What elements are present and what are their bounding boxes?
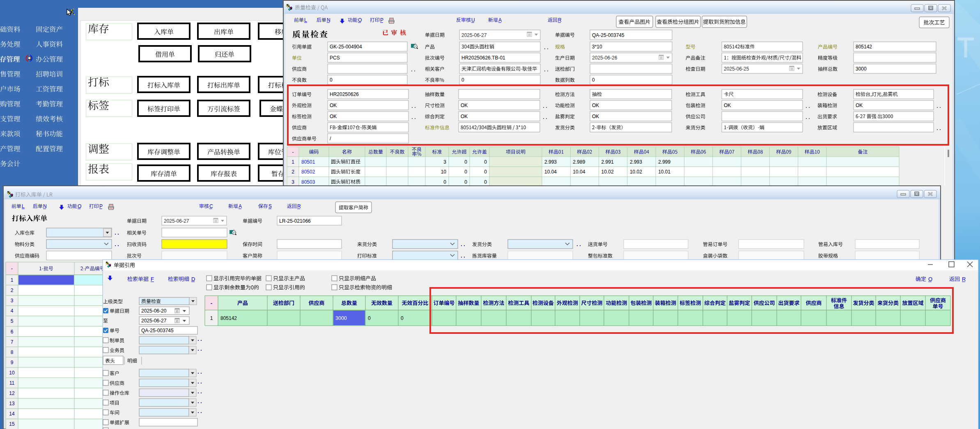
svg-text:7: 7 xyxy=(11,339,14,345)
svg-text:0: 0 xyxy=(368,315,371,321)
svg-text:0: 0 xyxy=(484,179,487,185)
svg-text:3: 3 xyxy=(11,298,14,303)
svg-text:OK: OK xyxy=(592,103,599,108)
svg-text:2025-06-27: 2025-06-27 xyxy=(461,32,487,38)
svg-text:OK: OK xyxy=(330,103,337,108)
svg-text:2.993: 2.993 xyxy=(544,159,557,165)
svg-text:5: 5 xyxy=(11,318,14,324)
svg-text:OK: OK xyxy=(592,114,599,119)
svg-text:10.02: 10.02 xyxy=(601,169,614,175)
svg-text:R: R xyxy=(558,17,562,23)
svg-text:N: N xyxy=(327,17,330,23)
svg-text:3: 3 xyxy=(443,159,446,165)
svg-text:L: L xyxy=(22,203,25,209)
svg-text:8: 8 xyxy=(11,349,14,355)
svg-text:GK-25-004904: GK-25-004904 xyxy=(330,44,362,50)
svg-text:80501: 80501 xyxy=(301,159,315,165)
svg-text:2.989: 2.989 xyxy=(573,159,585,165)
svg-text:S: S xyxy=(269,203,272,209)
svg-text:14: 14 xyxy=(9,411,15,417)
svg-text:10.01: 10.01 xyxy=(658,169,670,175)
svg-text:805142: 805142 xyxy=(220,315,237,321)
svg-text:C: C xyxy=(209,203,213,209)
svg-text:0: 0 xyxy=(592,77,595,83)
svg-text:P: P xyxy=(99,203,103,209)
svg-text:A: A xyxy=(239,203,242,209)
svg-text:1: 1 xyxy=(11,277,14,283)
svg-text:R: R xyxy=(962,276,966,282)
svg-text:10.02: 10.02 xyxy=(630,169,642,175)
svg-text:3000: 3000 xyxy=(335,315,347,321)
svg-text:2.993: 2.993 xyxy=(630,159,642,165)
svg-text:LR-25-021066: LR-25-021066 xyxy=(279,218,311,224)
svg-text:A: A xyxy=(498,17,502,23)
svg-text:HR20250626: HR20250626 xyxy=(330,91,359,97)
svg-text:L: L xyxy=(304,17,307,23)
svg-text:0: 0 xyxy=(443,179,446,185)
svg-text:2.991: 2.991 xyxy=(601,159,614,165)
svg-text:805142: 805142 xyxy=(856,44,872,50)
svg-text:N: N xyxy=(43,203,47,209)
svg-text:2025-06-27: 2025-06-27 xyxy=(141,318,167,324)
svg-text:F: F xyxy=(151,276,154,282)
svg-text:-: - xyxy=(11,265,13,272)
svg-text:0: 0 xyxy=(330,77,333,83)
svg-text:2025-06-20: 2025-06-20 xyxy=(141,308,167,314)
svg-text:OK: OK xyxy=(461,114,468,119)
svg-text:QA-25-003745: QA-25-003745 xyxy=(592,32,624,38)
svg-text:OK: OK xyxy=(461,103,468,108)
svg-text:-: - xyxy=(211,300,212,306)
svg-text:10.04: 10.04 xyxy=(573,169,585,175)
svg-text:10: 10 xyxy=(441,169,447,175)
svg-text:3: 3 xyxy=(291,179,294,185)
svg-text:D: D xyxy=(191,276,195,282)
svg-text:2025-06-27: 2025-06-27 xyxy=(164,218,189,224)
svg-text:0: 0 xyxy=(401,315,404,321)
svg-text:9: 9 xyxy=(11,360,14,365)
svg-text:13: 13 xyxy=(9,401,15,406)
svg-text:0: 0 xyxy=(464,169,467,175)
svg-text:0: 0 xyxy=(484,169,487,175)
svg-text:3*10: 3*10 xyxy=(592,44,602,50)
svg-text:80502: 80502 xyxy=(301,169,315,175)
svg-text:2025-06-25: 2025-06-25 xyxy=(724,66,749,72)
svg-text:0: 0 xyxy=(484,159,487,165)
svg-text:QA-25-003745: QA-25-003745 xyxy=(141,328,174,333)
svg-text:11: 11 xyxy=(9,380,15,386)
svg-text:-: - xyxy=(292,149,294,155)
svg-text:1: 1 xyxy=(291,159,294,165)
svg-text:12: 12 xyxy=(9,390,15,396)
svg-text:10.04: 10.04 xyxy=(544,169,557,175)
svg-text:2.999: 2.999 xyxy=(658,159,670,165)
svg-text:0: 0 xyxy=(464,179,467,185)
svg-text:OK: OK xyxy=(856,103,863,108)
svg-text:6: 6 xyxy=(11,329,14,335)
svg-text:R: R xyxy=(297,203,301,209)
svg-text:HR20250626.TB-01: HR20250626.TB-01 xyxy=(461,55,505,61)
svg-text:80503: 80503 xyxy=(301,179,315,185)
svg-text:O: O xyxy=(78,203,81,209)
svg-text:3000: 3000 xyxy=(856,66,867,72)
svg-text:4: 4 xyxy=(11,308,14,314)
svg-text:OK: OK xyxy=(724,103,731,108)
svg-text:P: P xyxy=(380,17,383,23)
svg-text:OK: OK xyxy=(330,114,337,119)
svg-text:PCS: PCS xyxy=(330,55,340,61)
svg-text:0: 0 xyxy=(464,159,467,165)
svg-text:1: 1 xyxy=(210,315,213,321)
svg-text:10: 10 xyxy=(9,370,15,376)
svg-text:2025-06-26: 2025-06-26 xyxy=(592,55,617,61)
svg-text:O: O xyxy=(358,17,362,23)
svg-text:O: O xyxy=(928,276,932,282)
svg-text:2: 2 xyxy=(291,169,294,175)
svg-text:2: 2 xyxy=(11,288,14,293)
svg-text:U: U xyxy=(471,17,475,23)
svg-text:15: 15 xyxy=(9,421,15,427)
svg-text:0: 0 xyxy=(461,77,464,83)
